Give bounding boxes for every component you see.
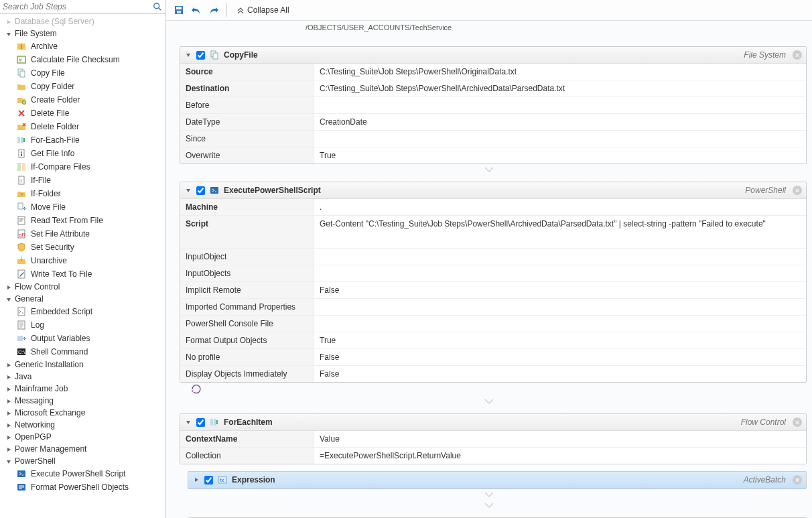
step-enabled-checkbox[interactable]	[204, 476, 213, 484]
property-row: DestinationC:\Testing_Suite\Job Steps\Po…	[180, 80, 806, 97]
search-input[interactable]	[3, 2, 152, 11]
step-header[interactable]: ForEachItemFlow Control✕	[180, 414, 806, 431]
checksum-icon: #	[16, 54, 27, 65]
tree-item[interactable]: Create Folder	[0, 93, 165, 107]
tree-caret-icon[interactable]	[5, 361, 12, 368]
tree-item[interactable]: aRSet File Attribute	[0, 227, 165, 241]
property-value[interactable]: False	[314, 366, 806, 382]
tree-caret-icon[interactable]	[5, 397, 12, 404]
property-value[interactable]: True	[314, 147, 806, 164]
tree-category[interactable]: Mainframe Job	[0, 383, 165, 395]
tree-item[interactable]: Delete File	[0, 107, 165, 120]
tree-category[interactable]: Generic Installation	[0, 359, 165, 371]
property-row: Imported Command Properties	[180, 299, 806, 316]
tree-item[interactable]: Set Security	[0, 241, 165, 254]
tree-category[interactable]: Power Management	[0, 443, 165, 455]
tree-caret-icon[interactable]	[5, 458, 12, 464]
step-enabled-checkbox[interactable]	[196, 51, 205, 60]
tree-category[interactable]: OpenPGP	[0, 431, 165, 443]
tree-caret-icon[interactable]	[5, 283, 12, 290]
tree-category[interactable]: PowerShell	[0, 455, 165, 467]
tree-item[interactable]: Write Text To File	[0, 267, 165, 281]
tree-item[interactable]: Copy File	[0, 66, 165, 80]
tree-caret-icon[interactable]	[5, 30, 12, 37]
drop-indicator[interactable]	[172, 396, 807, 407]
tree-item[interactable]: ?If-File	[0, 174, 165, 187]
breadcrumb: /OBJECTS/USER_ACCOUNTS/TechService	[172, 21, 807, 40]
tree-caret-icon[interactable]	[5, 296, 12, 302]
property-value[interactable]	[314, 316, 806, 332]
close-icon[interactable]: ✕	[793, 186, 802, 195]
property-value[interactable]: .	[314, 199, 806, 215]
tree-item[interactable]: For-Each-File	[0, 133, 165, 147]
redo-button[interactable]	[206, 3, 221, 17]
tree-category[interactable]: Java	[0, 371, 165, 383]
expand-caret-icon[interactable]	[192, 476, 200, 484]
tree-item[interactable]: Embedded Script	[0, 305, 165, 318]
expand-caret-icon[interactable]	[184, 186, 192, 194]
tree-item[interactable]: Move File	[0, 200, 165, 214]
tree-item[interactable]: Format PowerShell Objects	[0, 480, 165, 494]
undo-button[interactable]	[189, 3, 204, 17]
property-value[interactable]: CreationDate	[314, 114, 806, 130]
tree-category[interactable]: General	[0, 293, 165, 305]
expand-caret-icon[interactable]	[184, 418, 192, 426]
property-value[interactable]	[314, 131, 806, 147]
drop-indicator[interactable]	[172, 500, 807, 511]
tree-category[interactable]: Networking	[0, 419, 165, 431]
step-enabled-checkbox[interactable]	[196, 186, 205, 195]
drop-indicator[interactable]	[172, 489, 807, 500]
property-value[interactable]	[314, 249, 806, 265]
tree-category[interactable]: Flow Control	[0, 281, 165, 293]
property-value[interactable]: =ExecutePowerShellScript.ReturnValue	[314, 448, 806, 464]
tree-item[interactable]: C:\Shell Command	[0, 345, 165, 359]
property-value[interactable]	[314, 299, 806, 315]
tree-item[interactable]: Output Variables	[0, 332, 165, 345]
tree-category[interactable]: Microsoft Exchange	[0, 407, 165, 419]
tree-item[interactable]: Read Text From File	[0, 214, 165, 227]
tree-category[interactable]: Messaging	[0, 395, 165, 407]
property-value[interactable]: False	[314, 349, 806, 365]
tree-caret-icon[interactable]	[5, 446, 12, 452]
tree-item[interactable]: Copy Folder	[0, 80, 165, 93]
collapse-all-button[interactable]: Collapse All	[232, 4, 293, 16]
property-value[interactable]: C:\Testing_Suite\Job Steps\PowerShell\Or…	[314, 64, 806, 80]
search-icon[interactable]	[152, 1, 163, 12]
property-value[interactable]	[314, 265, 806, 281]
property-label: PowerShell Console File	[180, 316, 314, 332]
expand-caret-icon[interactable]	[184, 51, 192, 59]
tree-category-label: Messaging	[15, 396, 54, 405]
tree-category[interactable]: File System	[0, 27, 165, 40]
property-value[interactable]: Value	[314, 431, 806, 447]
step-enabled-checkbox[interactable]	[196, 418, 205, 427]
tree-caret-icon[interactable]	[5, 373, 12, 380]
property-value[interactable]	[314, 97, 806, 113]
property-value[interactable]: True	[314, 332, 806, 348]
tree-caret-icon[interactable]	[5, 385, 12, 392]
save-button[interactable]	[172, 3, 186, 17]
tree-caret-icon[interactable]	[5, 422, 12, 428]
tree-item[interactable]: Get File Info	[0, 147, 165, 160]
tree-item[interactable]: ?If-Folder	[0, 187, 165, 200]
tree-item[interactable]: Log	[0, 318, 165, 332]
step-header[interactable]: fxExpressionActiveBatch✕	[188, 472, 806, 489]
step-title: Expression	[232, 475, 275, 484]
tree-item[interactable]: Archive	[0, 40, 165, 53]
tree-item[interactable]: Delete Folder	[0, 120, 165, 133]
tree-item[interactable]: If-Compare Files	[0, 160, 165, 174]
tree-item[interactable]: #Calculate File Checksum	[0, 53, 165, 66]
step-header[interactable]: CopyFileFile System✕	[180, 47, 806, 64]
tree-category-truncated[interactable]: Database (Sql Server)	[0, 15, 165, 27]
property-value[interactable]: False	[314, 282, 806, 298]
property-value[interactable]: C:\Testing_Suite\Job Steps\PowerShell\Ar…	[314, 80, 806, 96]
tree-caret-icon[interactable]	[5, 434, 12, 440]
step-header[interactable]: ExecutePowerShellScriptPowerShell✕	[180, 182, 806, 199]
tree-item[interactable]: Unarchive	[0, 254, 165, 267]
tree-caret-icon[interactable]	[5, 409, 12, 416]
close-icon[interactable]: ✕	[793, 50, 802, 60]
drop-indicator[interactable]	[172, 164, 807, 175]
property-value[interactable]: Get-Content "C:\Testing_Suite\Job Steps\…	[314, 216, 806, 248]
close-icon[interactable]: ✕	[793, 475, 802, 484]
tree-item[interactable]: Execute PowerShell Script	[0, 467, 165, 480]
close-icon[interactable]: ✕	[793, 417, 802, 427]
